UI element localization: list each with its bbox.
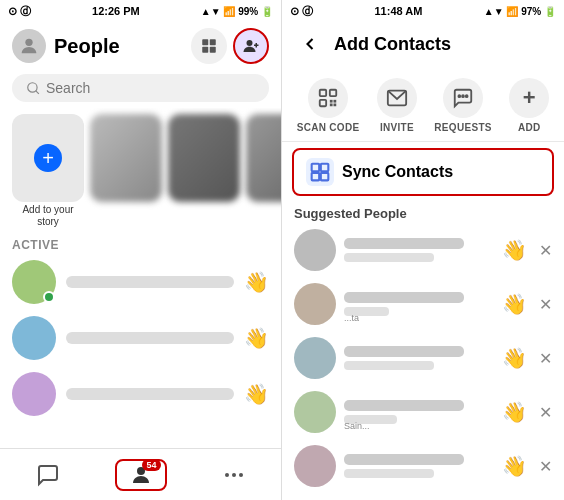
suggested-item-4[interactable]: Sain... 👋 ✕ bbox=[282, 385, 564, 439]
invite-label: INVITE bbox=[380, 122, 414, 133]
svg-rect-2 bbox=[210, 39, 216, 45]
suggested-sub-3 bbox=[344, 361, 434, 370]
contact-item-1[interactable]: 👋 bbox=[0, 254, 281, 310]
scan-code-icon bbox=[308, 78, 348, 118]
suggested-close-5[interactable]: ✕ bbox=[539, 457, 552, 476]
contact-name-3 bbox=[66, 388, 234, 400]
contact-name-1 bbox=[66, 276, 234, 288]
header-right: Add Contacts bbox=[282, 22, 564, 66]
svg-rect-3 bbox=[202, 47, 208, 53]
search-bar[interactable] bbox=[12, 74, 269, 102]
add-button[interactable]: + ADD bbox=[503, 74, 555, 137]
suggested-info-2: ...ta bbox=[344, 292, 494, 316]
suggested-avatar-1 bbox=[294, 229, 336, 271]
suggested-close-4[interactable]: ✕ bbox=[539, 403, 552, 422]
header-title-group: People bbox=[12, 29, 120, 63]
suggested-wave-1[interactable]: 👋 bbox=[502, 238, 527, 262]
nav-people[interactable]: 54 bbox=[115, 459, 167, 491]
scan-code-button[interactable]: SCAN CODE bbox=[291, 74, 366, 137]
sync-contacts-label: Sync Contacts bbox=[342, 163, 453, 181]
svg-point-13 bbox=[232, 473, 236, 477]
svg-point-5 bbox=[247, 40, 253, 46]
wave-icon-3[interactable]: 👋 bbox=[244, 382, 269, 406]
suggested-item-1[interactable]: 👋 ✕ bbox=[282, 223, 564, 277]
add-icon: + bbox=[34, 144, 62, 172]
suggested-sub-4: Sain... bbox=[344, 415, 397, 424]
svg-rect-17 bbox=[320, 100, 326, 106]
suggested-wave-4[interactable]: 👋 bbox=[502, 400, 527, 424]
sync-contacts-row[interactable]: Sync Contacts bbox=[292, 148, 554, 196]
suggested-wave-3[interactable]: 👋 bbox=[502, 346, 527, 370]
stories-row: + Add to your story bbox=[0, 108, 281, 234]
contact-list: 👋 👋 👋 bbox=[0, 254, 281, 448]
invite-icon bbox=[377, 78, 417, 118]
status-bar-right: ⊙ ⓓ 11:48 AM ▲▼ 📶 97% 🔋 bbox=[282, 0, 564, 22]
suggested-sub-5 bbox=[344, 469, 434, 478]
suggested-avatar-2 bbox=[294, 283, 336, 325]
suggested-name-3 bbox=[344, 346, 464, 357]
contact-avatar-3 bbox=[12, 372, 56, 416]
status-time-right: 11:48 AM bbox=[375, 5, 423, 17]
more-icon bbox=[222, 463, 246, 487]
suggested-name-5 bbox=[344, 454, 464, 465]
add-label: ADD bbox=[518, 122, 541, 133]
suggested-item-3[interactable]: 👋 ✕ bbox=[282, 331, 564, 385]
svg-rect-15 bbox=[320, 90, 326, 96]
search-input[interactable] bbox=[46, 80, 255, 96]
suggested-label: Suggested People bbox=[282, 202, 564, 223]
svg-rect-27 bbox=[321, 164, 329, 172]
avatar[interactable] bbox=[12, 29, 46, 63]
suggested-item-2[interactable]: ...ta 👋 ✕ bbox=[282, 277, 564, 331]
wave-icon-1[interactable]: 👋 bbox=[244, 270, 269, 294]
contact-item-2[interactable]: 👋 bbox=[0, 310, 281, 366]
status-right-left-icons: ⊙ ⓓ bbox=[290, 4, 313, 19]
status-right-right-icons: ▲▼ 📶 97% 🔋 bbox=[484, 6, 556, 17]
add-person-button[interactable] bbox=[233, 28, 269, 64]
suggested-name-4 bbox=[344, 400, 464, 411]
svg-point-23 bbox=[462, 95, 464, 97]
left-panel: ⊙ ⓓ 12:26 PM ▲▼ 📶 99% 🔋 People bbox=[0, 0, 282, 500]
section-active-label: ACTIVE bbox=[0, 234, 281, 254]
suggested-wave-5[interactable]: 👋 bbox=[502, 454, 527, 478]
requests-button[interactable]: REQUESTS bbox=[428, 74, 497, 137]
nav-chat[interactable] bbox=[20, 459, 76, 491]
svg-point-0 bbox=[25, 39, 32, 46]
suggested-item-5[interactable]: 👋 ✕ bbox=[282, 439, 564, 493]
suggested-avatar-4 bbox=[294, 391, 336, 433]
nav-more[interactable] bbox=[206, 459, 262, 491]
right-panel: ⊙ ⓓ 11:48 AM ▲▼ 📶 97% 🔋 Add Contacts SCA… bbox=[282, 0, 564, 500]
header-left: People bbox=[0, 22, 281, 70]
wave-icon-2[interactable]: 👋 bbox=[244, 326, 269, 350]
status-left-icons: ⊙ ⓓ bbox=[8, 4, 31, 19]
add-story-thumb: + bbox=[12, 114, 84, 202]
story-thumb-3 bbox=[246, 114, 281, 202]
suggested-wave-2[interactable]: 👋 bbox=[502, 292, 527, 316]
svg-point-14 bbox=[239, 473, 243, 477]
story-item-1[interactable] bbox=[90, 114, 162, 228]
header-right-icons bbox=[191, 28, 269, 64]
invite-button[interactable]: INVITE bbox=[371, 74, 423, 137]
suggested-close-1[interactable]: ✕ bbox=[539, 241, 552, 260]
sync-icon bbox=[306, 158, 334, 186]
contact-item-3[interactable]: 👋 bbox=[0, 366, 281, 422]
suggested-info-5 bbox=[344, 454, 494, 478]
suggested-avatar-5 bbox=[294, 445, 336, 487]
suggested-close-2[interactable]: ✕ bbox=[539, 295, 552, 314]
grid-icon-button[interactable] bbox=[191, 28, 227, 64]
requests-icon bbox=[443, 78, 483, 118]
online-dot-1 bbox=[43, 291, 55, 303]
suggested-close-3[interactable]: ✕ bbox=[539, 349, 552, 368]
story-item-2[interactable] bbox=[168, 114, 240, 228]
svg-point-25 bbox=[466, 95, 468, 97]
action-buttons-row: SCAN CODE INVITE REQUESTS + ADD bbox=[282, 66, 564, 142]
svg-rect-18 bbox=[330, 100, 333, 103]
svg-point-12 bbox=[225, 473, 229, 477]
add-story-label: Add to your story bbox=[22, 204, 73, 228]
svg-rect-20 bbox=[330, 104, 333, 107]
add-story-item[interactable]: + Add to your story bbox=[12, 114, 84, 228]
story-thumb-2 bbox=[168, 114, 240, 202]
back-button[interactable] bbox=[294, 28, 326, 60]
suggested-list: 👋 ✕ ...ta 👋 ✕ 👋 ✕ bbox=[282, 223, 564, 500]
story-item-3[interactable] bbox=[246, 114, 281, 228]
requests-label: REQUESTS bbox=[434, 122, 491, 133]
